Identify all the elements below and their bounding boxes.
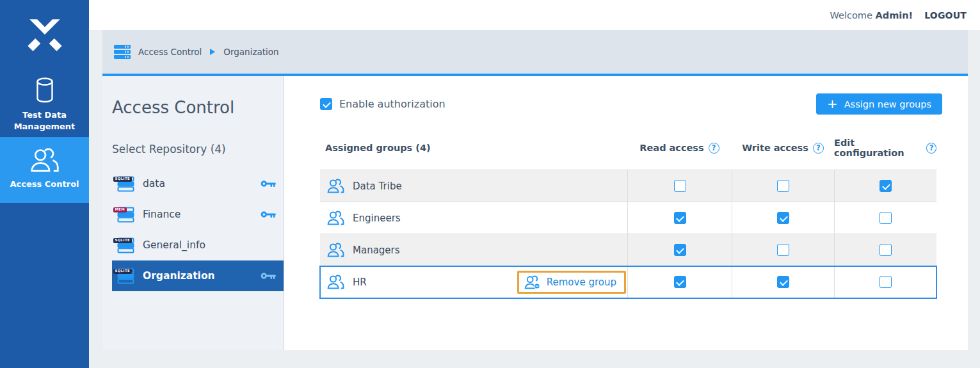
- repository-name: General_info: [143, 239, 205, 251]
- topbar: Welcome Admin! LOGOUT: [89, 0, 980, 30]
- assign-new-groups-label: Assign new groups: [844, 99, 931, 109]
- user-group-icon: [327, 275, 344, 289]
- read-access-checkbox[interactable]: [674, 276, 686, 288]
- repository-list: SQLITE data: [112, 168, 284, 291]
- app-logo: [0, 0, 89, 60]
- authorization-panel: Enable authorization + Assign new groups…: [284, 76, 968, 350]
- help-icon[interactable]: ?: [709, 143, 719, 154]
- repository-item-general-info[interactable]: SQLITE General_info: [112, 230, 284, 260]
- write-access-checkbox[interactable]: [777, 244, 789, 256]
- repository-item-finance[interactable]: MEM Finance: [112, 199, 284, 230]
- select-repository-label: Select Repository (4): [112, 143, 284, 156]
- sidebar-item-test-data-management[interactable]: Test Data Management: [0, 72, 89, 137]
- assigned-groups-header: Assigned groups (4): [320, 138, 627, 158]
- group-name: HR: [353, 276, 367, 288]
- edit-configuration-checkbox[interactable]: [880, 244, 892, 256]
- db-type-badge: SQLITE: [113, 177, 132, 182]
- write-access-checkbox[interactable]: [777, 180, 789, 192]
- key-icon: [261, 210, 277, 219]
- assigned-groups-table: Assigned groups (4) Read access ? Write …: [320, 138, 936, 298]
- repository-name: Organization: [143, 270, 215, 282]
- database-icon: MEM: [117, 207, 134, 223]
- page-title: Access Control: [112, 98, 284, 117]
- db-type-badge: SQLITE: [113, 238, 132, 244]
- plus-icon: +: [827, 97, 838, 110]
- enable-authorization-label: Enable authorization: [339, 98, 446, 110]
- user-group-icon: [327, 179, 344, 193]
- table-header: Assigned groups (4) Read access ? Write …: [320, 138, 936, 158]
- enable-authorization-checkbox[interactable]: [320, 98, 332, 110]
- welcome-text: Welcome Admin!: [830, 10, 913, 20]
- edit-configuration-checkbox[interactable]: [880, 180, 892, 192]
- group-row-engineers[interactable]: Engineers: [320, 202, 936, 234]
- repository-item-organization[interactable]: SQLITE Organization: [112, 260, 284, 291]
- db-type-badge: MEM: [113, 207, 127, 213]
- table-body: Data Tribe: [320, 170, 936, 298]
- edit-configuration-checkbox[interactable]: [880, 276, 892, 288]
- assign-new-groups-button[interactable]: + Assign new groups: [816, 93, 942, 115]
- remove-group-label: Remove group: [547, 276, 616, 288]
- db-type-badge: SQLITE: [113, 269, 132, 275]
- access-control-panel: Access Control Select Repository (4) SQL…: [102, 76, 284, 350]
- database-icon: SQLITE: [117, 268, 134, 284]
- repository-name: data: [143, 178, 165, 189]
- main-container: Access Control Organization Access Contr…: [102, 30, 968, 350]
- sidebar-item-access-control[interactable]: Access Control: [0, 137, 89, 203]
- sidebar: Test Data Management Access Control: [0, 0, 89, 368]
- database-icon: SQLITE: [117, 237, 134, 253]
- breadcrumb-section[interactable]: Access Control: [138, 47, 202, 57]
- breadcrumb-page[interactable]: Organization: [223, 47, 278, 57]
- logout-button[interactable]: LOGOUT: [924, 10, 967, 20]
- read-access-checkbox[interactable]: [674, 212, 686, 224]
- sidebar-item-label: Access Control: [10, 179, 79, 190]
- help-icon[interactable]: ?: [926, 143, 936, 154]
- breadcrumb-arrow-icon: [210, 49, 215, 55]
- user-group-icon: [327, 243, 344, 257]
- write-access-checkbox[interactable]: [777, 212, 789, 224]
- database-cylinder-icon: [33, 77, 56, 104]
- x-logo-icon: [21, 13, 68, 60]
- user-group-icon: [327, 211, 344, 225]
- key-icon: [261, 271, 277, 280]
- read-access-checkbox[interactable]: [674, 244, 686, 256]
- group-name: Data Tribe: [353, 180, 402, 192]
- key-icon: [261, 179, 277, 188]
- group-row-managers[interactable]: Managers: [320, 234, 936, 266]
- read-access-checkbox[interactable]: [674, 180, 686, 192]
- enable-authorization-row: Enable authorization: [320, 98, 446, 110]
- write-access-header: Write access ?: [732, 138, 834, 158]
- user-group-icon: [30, 147, 60, 173]
- repository-name: Finance: [143, 209, 181, 220]
- group-row-hr[interactable]: HR: [320, 266, 936, 298]
- breadcrumb: Access Control Organization: [102, 30, 968, 76]
- edit-configuration-checkbox[interactable]: [880, 212, 892, 224]
- group-name: Managers: [353, 244, 400, 256]
- write-access-checkbox[interactable]: [777, 276, 789, 288]
- edit-configuration-header: Edit configuration ?: [834, 138, 936, 158]
- repository-stack-icon: [113, 44, 131, 60]
- group-row-data-tribe[interactable]: Data Tribe: [320, 170, 936, 202]
- sidebar-item-label: Test Data Management: [5, 109, 84, 132]
- welcome-prefix: Welcome: [830, 10, 872, 20]
- welcome-username: Admin!: [876, 10, 913, 20]
- remove-group-button[interactable]: Remove group: [517, 271, 626, 294]
- repository-item-data[interactable]: SQLITE data: [112, 168, 284, 199]
- group-name: Engineers: [353, 212, 401, 224]
- read-access-header: Read access ?: [627, 138, 732, 158]
- remove-group-icon: [524, 275, 541, 289]
- help-icon[interactable]: ?: [813, 143, 824, 154]
- database-icon: SQLITE: [117, 176, 134, 192]
